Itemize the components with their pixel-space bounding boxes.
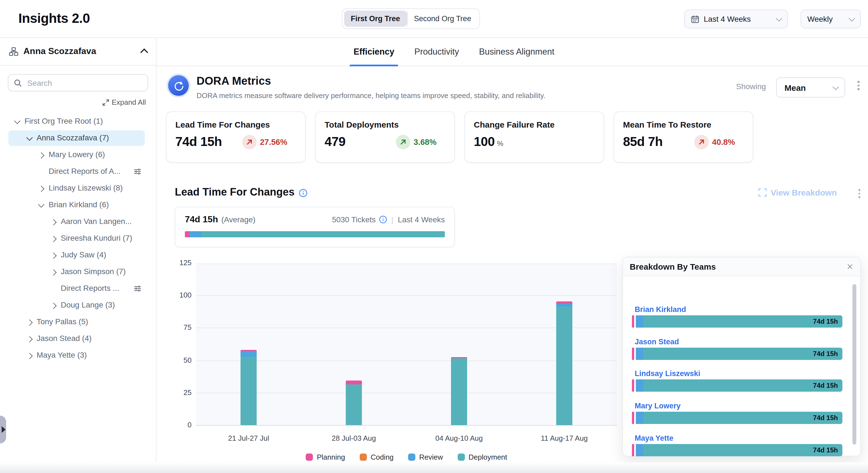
metric-card-delta-value: 3.68% <box>414 137 436 146</box>
tree-item-aaron-van-langen[interactable]: Aaron Van Langen... <box>0 213 156 230</box>
dora-kebab-menu[interactable] <box>858 81 859 90</box>
breakdown-by-teams-panel: Breakdown By Teams ✕ Brian Kirkland74d 1… <box>622 257 861 456</box>
info-icon[interactable] <box>299 188 307 197</box>
x-axis-label: 11 Aug-17 Aug <box>531 434 598 442</box>
breakdown-segment-planning <box>632 412 634 424</box>
sidebar-header[interactable]: Anna Scozzafava <box>0 37 156 66</box>
y-axis-tick: 0 <box>165 421 191 429</box>
legend-item-planning: Planning <box>306 453 345 461</box>
average-bar-segment-deployment <box>202 231 445 237</box>
average-stacked-bar <box>185 231 445 237</box>
tree-item-label: Anna Scozzafava (7) <box>36 133 109 142</box>
filter-icon[interactable] <box>134 285 142 295</box>
chevron-right-icon[interactable] <box>51 236 57 242</box>
granularity-select[interactable]: Weekly <box>801 9 861 28</box>
chevron-right-icon[interactable] <box>26 336 33 343</box>
breakdown-team-jason-stead[interactable]: Jason Stead <box>635 337 679 346</box>
tree-item-tony-pallas-5[interactable]: Tony Pallas (5) <box>0 314 156 330</box>
lead-time-section-title: Lead Time For Changes <box>175 186 294 198</box>
search-input[interactable] <box>26 78 142 88</box>
breakdown-bar-mary-lowery: 74d 15h <box>632 412 842 424</box>
breakdown-team-mary-lowery[interactable]: Mary Lowery <box>635 402 681 410</box>
metric-card-delta: 40.8% <box>694 135 744 149</box>
chart-legend: PlanningCodingReviewDeployment <box>196 453 617 461</box>
metric-card-value: 74d 15h <box>175 134 222 149</box>
chevron-right-icon[interactable] <box>51 253 57 259</box>
breakdown-segment-review <box>636 315 643 328</box>
tree-item-doug-lange-3[interactable]: Doug Lange (3) <box>0 297 156 314</box>
tree-item-direct-reports-of-a[interactable]: Direct Reports of A... <box>0 163 156 180</box>
tree-item-judy-saw-4[interactable]: Judy Saw (4) <box>0 247 156 264</box>
tree-item-brian-kirkland-6[interactable]: Brian Kirkland (6) <box>0 197 156 213</box>
chevron-up-icon[interactable] <box>140 49 148 56</box>
tree-item-jason-stead-4[interactable]: Jason Stead (4) <box>0 330 156 347</box>
lead-time-kebab-menu[interactable] <box>858 189 860 198</box>
gridline-0 <box>196 425 617 426</box>
chevron-right-icon[interactable] <box>38 186 44 192</box>
breakdown-segment-deployment: 74d 15h <box>643 315 842 328</box>
showing-label: Showing <box>736 82 766 91</box>
average-suffix: (Average) <box>221 215 255 224</box>
tree-item-anna-scozzafava-7[interactable]: Anna Scozzafava (7) <box>0 130 156 147</box>
breakdown-segment-deployment: 74d 15h <box>643 347 842 360</box>
breakdown-team-lindsay-liszewski[interactable]: Lindsay Liszewski <box>635 369 701 378</box>
scrollbar-thumb[interactable] <box>852 284 856 445</box>
chevron-right-icon[interactable] <box>51 303 57 309</box>
close-icon[interactable]: ✕ <box>846 262 854 272</box>
breakdown-segment-review <box>636 347 643 360</box>
legend-swatch <box>408 453 415 461</box>
tree-item-sireesha-kunduri-7[interactable]: Sireesha Kunduri (7) <box>0 230 156 247</box>
filter-icon[interactable] <box>134 168 142 178</box>
breakdown-value: 74d 15h <box>813 382 842 390</box>
chevron-right-icon[interactable] <box>26 320 33 326</box>
chevron-right-icon[interactable] <box>51 219 57 226</box>
metric-card-value-row: 100% <box>474 134 595 149</box>
separator: | <box>392 215 393 224</box>
info-icon[interactable] <box>379 216 387 224</box>
tab-business-alignment[interactable]: Business Alignment <box>475 37 558 66</box>
tree-item-maya-yette-3[interactable]: Maya Yette (3) <box>0 347 156 364</box>
legend-item-review: Review <box>408 453 443 461</box>
tree-item-direct-reports[interactable]: Direct Reports ... <box>0 280 156 297</box>
view-breakdown-button[interactable]: View Breakdown <box>758 188 837 197</box>
metric-card-delta-value: 27.56% <box>260 137 287 146</box>
chevron-right-icon[interactable] <box>38 152 44 159</box>
chevron-down-icon[interactable] <box>38 201 44 208</box>
expand-all-button[interactable]: Expand All <box>0 98 146 107</box>
metric-cards-row: Lead Time For Changes74d 15h27.56%Total … <box>166 112 753 163</box>
bar-segment-planning <box>556 301 572 304</box>
legend-label: Deployment <box>468 453 507 461</box>
sidebar-collapse-handle[interactable] <box>0 416 6 443</box>
dora-metrics-description: DORA metrics measure software delivery p… <box>196 91 545 100</box>
chevron-right-icon[interactable] <box>26 353 33 359</box>
y-axis-tick: 100 <box>165 291 191 299</box>
metric-card-delta-value: 40.8% <box>712 137 735 146</box>
breakdown-bar-lindsay-liszewski: 74d 15h <box>632 380 842 392</box>
tab-productivity[interactable]: Productivity <box>410 37 463 66</box>
breakdown-team-brian-kirkland[interactable]: Brian Kirkland <box>635 305 686 314</box>
showing-select[interactable]: Mean <box>776 78 845 97</box>
breakdown-value: 74d 15h <box>813 350 842 357</box>
trend-up-icon <box>396 135 410 149</box>
tree-item-jason-simpson-7[interactable]: Jason Simpson (7) <box>0 264 156 280</box>
bar-segment-deployment <box>556 306 572 425</box>
breakdown-team-maya-yette[interactable]: Maya Yette <box>635 434 674 442</box>
average-range: Last 4 Weeks <box>398 215 445 224</box>
chevron-down-icon[interactable] <box>14 118 21 124</box>
chevron-down-icon <box>849 15 855 22</box>
tree-item-mary-lowery-6[interactable]: Mary Lowery (6) <box>0 147 156 163</box>
tree-item-first-org-tree-root-1[interactable]: First Org Tree Root (1) <box>0 113 156 130</box>
chevron-right-icon[interactable] <box>51 269 57 276</box>
legend-item-deployment: Deployment <box>457 453 507 461</box>
date-range-select[interactable]: Last 4 Weeks <box>684 9 788 28</box>
metric-card-delta: 27.56% <box>242 135 296 149</box>
tree-item-label: First Org Tree Root (1) <box>25 116 103 125</box>
bar-segment-planning <box>346 380 362 384</box>
toggle-first-org-tree[interactable]: First Org Tree <box>344 10 407 27</box>
tree-search <box>8 74 148 91</box>
tab-efficiency[interactable]: Efficiency <box>350 37 398 66</box>
tree-item-lindsay-liszewski-8[interactable]: Lindsay Liszewski (8) <box>0 180 156 197</box>
breakdown-segment-deployment: 74d 15h <box>643 412 842 424</box>
toggle-second-org-tree[interactable]: Second Org Tree <box>407 10 478 27</box>
y-axis-tick: 125 <box>165 259 191 267</box>
